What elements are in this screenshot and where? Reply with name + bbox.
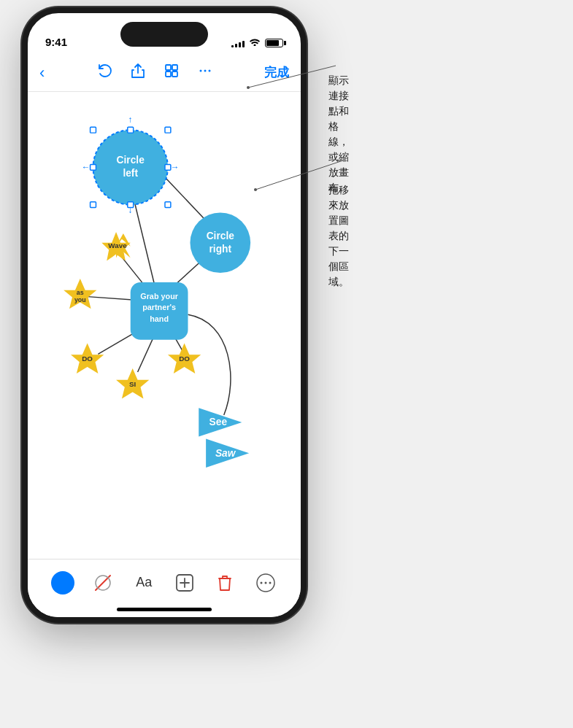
svg-rect-20 (165, 164, 171, 170)
svg-text:left: left (123, 168, 138, 179)
signal-bar-1 (231, 45, 234, 47)
text-tool[interactable]: Aa (128, 567, 160, 599)
svg-text:SI: SI (129, 380, 136, 388)
no-fill-tool[interactable] (87, 567, 119, 599)
svg-text:Saw: Saw (215, 448, 236, 459)
battery-fill (266, 40, 279, 46)
svg-rect-23 (165, 202, 171, 208)
svg-rect-17 (128, 127, 134, 133)
home-indicator (117, 608, 212, 611)
more-tool[interactable] (250, 567, 282, 599)
no-fill-icon (93, 573, 113, 593)
svg-rect-21 (91, 202, 96, 208)
status-time: 9:41 (45, 36, 67, 48)
phone-frame: 9:41 ‹ (22, 7, 307, 623)
svg-text:you: you (74, 296, 86, 303)
svg-text:partner's: partner's (142, 303, 176, 311)
svg-rect-19 (91, 164, 96, 170)
add-tool[interactable] (169, 567, 201, 599)
svg-point-56 (247, 86, 250, 89)
svg-text:See: See (209, 417, 228, 427)
svg-rect-3 (172, 71, 177, 77)
toolbar-left: ‹ (39, 63, 45, 82)
signal-bar-2 (235, 44, 237, 47)
svg-text:→: → (171, 162, 180, 172)
svg-text:↓: ↓ (128, 205, 133, 215)
svg-line-11 (88, 297, 138, 301)
svg-text:DO: DO (179, 355, 190, 363)
svg-rect-1 (172, 65, 177, 70)
more-button[interactable] (197, 63, 213, 82)
svg-point-5 (204, 70, 206, 72)
svg-point-57 (254, 188, 257, 191)
toolbar-center (96, 63, 213, 82)
share-button[interactable] (130, 63, 146, 82)
svg-rect-2 (166, 71, 171, 77)
delete-tool[interactable] (209, 567, 241, 599)
svg-point-6 (208, 70, 210, 72)
svg-rect-0 (166, 65, 171, 70)
svg-text:Circle: Circle (117, 155, 145, 166)
svg-text:right: right (209, 244, 232, 255)
svg-text:↑: ↑ (128, 115, 133, 125)
svg-text:Grab your: Grab your (140, 292, 179, 301)
undo-button[interactable] (96, 63, 112, 82)
color-circle (51, 571, 74, 595)
add-icon (175, 573, 194, 592)
delete-icon (216, 573, 234, 592)
signal-bar-4 (242, 41, 245, 47)
svg-text:as: as (77, 289, 84, 296)
signal-bar-3 (239, 42, 241, 47)
wifi-icon (249, 37, 261, 48)
svg-point-4 (199, 70, 201, 72)
back-button[interactable]: ‹ (39, 63, 45, 82)
svg-point-54 (265, 581, 267, 584)
svg-point-55 (269, 581, 272, 584)
svg-rect-16 (91, 127, 96, 133)
svg-text:Circle: Circle (207, 231, 235, 241)
grid-button[interactable] (164, 63, 180, 82)
color-tool[interactable] (47, 567, 79, 599)
svg-text:Wave: Wave (108, 241, 127, 249)
battery-icon (265, 39, 283, 47)
svg-text:DO: DO (82, 355, 93, 363)
status-icons (231, 37, 283, 48)
annotation-drag-text: 拖移來放置圖表的 下一個區域。 (328, 182, 349, 290)
text-tool-label: Aa (136, 575, 152, 590)
signal-bars-icon (231, 39, 245, 47)
svg-text:←: ← (82, 162, 91, 172)
svg-rect-18 (165, 127, 171, 133)
svg-text:hand: hand (150, 314, 169, 323)
svg-point-53 (261, 581, 263, 584)
dynamic-island (120, 22, 208, 47)
more-icon (255, 573, 276, 593)
